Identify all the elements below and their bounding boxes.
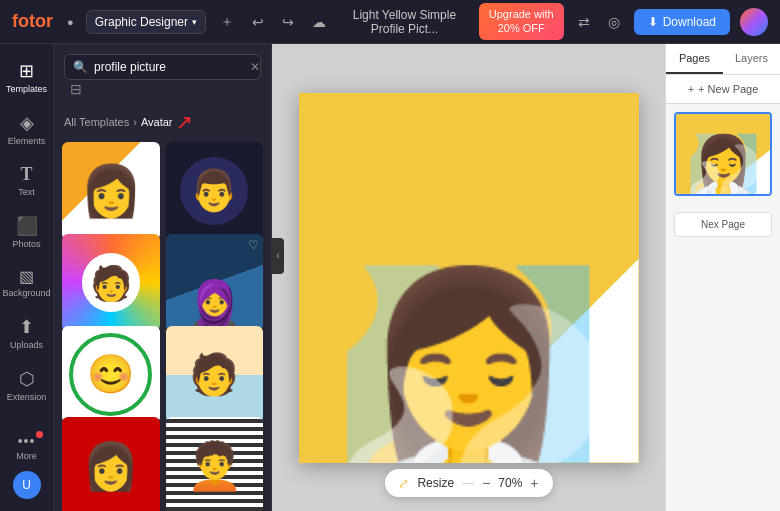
document-title: Light Yellow Simple Profile Pict... [340,8,469,36]
logo: fotor [12,11,53,32]
cloud-icon: ☁ [312,14,326,30]
undo-icon: ↩ [252,14,264,30]
sidebar-item-extension-label: Extension [7,392,47,402]
undo-button[interactable]: ↩ [248,10,268,34]
eye-icon: ◎ [608,14,620,30]
page-thumbnail-1[interactable]: 🧖‍♀️ [674,112,772,196]
user-avatar[interactable] [740,8,768,36]
canvas-toolbar: ⤢ Resize — − 70% + [384,469,552,497]
template-card-6[interactable]: 🧑 [166,326,264,424]
upgrade-button[interactable]: Upgrade with 20% OFF [479,3,564,39]
filter-icon[interactable]: ⊟ [70,81,82,97]
heart-icon-4: ♡ [248,238,259,252]
clear-search-icon[interactable]: ✕ [250,60,260,74]
photos-icon: ⬛ [16,215,38,237]
sidebar-item-elements[interactable]: ◈ Elements [3,104,51,154]
canvas-person-art: 🧖‍♀️ [299,93,639,463]
template-card-4[interactable]: 🧕 ♡ [166,234,264,332]
canvas-design: 🧖‍♀️ [299,93,639,463]
share-button[interactable]: ⇄ [574,10,594,34]
sidebar-item-text[interactable]: T Text [3,156,51,205]
sidebar-item-uploads[interactable]: ⬆ Uploads [3,308,51,358]
breadcrumb-all-templates[interactable]: All Templates [64,116,129,128]
thumbnail-content: 🧖‍♀️ [676,114,770,194]
heart-icon-5: ♡ [145,330,156,344]
redo-icon: ↪ [282,14,294,30]
share-icon: ⇄ [578,14,590,30]
templates-grid: 👩 👨 🧑 🧕 ♡ 😊 [54,142,271,511]
text-icon: T [20,164,32,185]
download-button[interactable]: ⬇ Download [634,9,730,35]
panel-collapse-handle[interactable]: ‹ [272,238,284,274]
new-page-label: + New Page [698,83,758,95]
templates-panel: 🔍 ✕ ⊟ All Templates › Avatar ↗ 👩 👨 [54,44,272,511]
search-bar-container: 🔍 ✕ ⊟ [54,44,271,108]
template-image-7: 👩 [62,417,160,511]
sidebar-item-photos[interactable]: ⬛ Photos [3,207,51,257]
plus-icon: ＋ [220,13,234,31]
sidebar-item-templates[interactable]: ⊞ Templates [3,52,51,102]
breadcrumb-current: Avatar [141,116,173,128]
sidebar-item-templates-label: Templates [6,84,47,94]
template-card-8[interactable]: 🧑‍🦱 [166,417,264,511]
right-panel: Pages Layers + + New Page 🧖‍♀️ Nex Page [665,44,780,511]
template-card-1[interactable]: 👩 [62,142,160,240]
template-image-5: 😊 [69,333,152,416]
topbar: fotor ● Graphic Designer ▾ ＋ ↩ ↪ ☁ Light… [0,0,780,44]
app-selector-label: Graphic Designer [95,15,188,29]
app-selector[interactable]: Graphic Designer ▾ [86,10,206,34]
template-image-3: 🧑 [82,253,141,312]
search-input-wrapper: 🔍 ✕ [64,54,261,80]
tab-pages[interactable]: Pages [666,44,723,74]
redo-button[interactable]: ↪ [278,10,298,34]
extension-icon: ⬡ [19,368,35,390]
tab-layers[interactable]: Layers [723,44,780,74]
search-input[interactable] [94,60,244,74]
template-image-6: 🧑 [166,326,264,424]
plus-icon-newpage: + [688,83,694,95]
logo-dot: ● [67,16,74,28]
sidebar-item-photos-label: Photos [12,239,40,249]
sidebar-item-text-label: Text [18,187,35,197]
cloud-save-button[interactable]: ☁ [308,10,330,34]
new-page-button[interactable]: + + New Page [666,75,780,104]
template-card-5[interactable]: 😊 ♡ [62,326,160,424]
nex-page-label: Nex Page [701,219,745,230]
breadcrumb: All Templates › Avatar ↗ [54,108,271,142]
sidebar-item-more[interactable]: ••• More [3,425,51,469]
add-page-button[interactable]: ＋ [216,9,238,35]
download-icon: ⬇ [648,15,658,29]
sidebar-item-extension[interactable]: ⬡ Extension [3,360,51,410]
nex-page-button[interactable]: Nex Page [674,212,772,237]
upgrade-line1: Upgrade with [489,8,554,21]
more-badge [36,431,43,438]
uploads-icon: ⬆ [19,316,34,338]
sidebar-icons: ⊞ Templates ◈ Elements T Text ⬛ Photos ▧… [0,44,54,511]
sidebar-more-section: ••• More U [3,417,51,511]
breadcrumb-separator: › [133,116,137,128]
zoom-in-button[interactable]: + [530,475,538,491]
main-area: ⊞ Templates ◈ Elements T Text ⬛ Photos ▧… [0,44,780,511]
preview-button[interactable]: ◎ [604,10,624,34]
download-label: Download [663,15,716,29]
resize-label[interactable]: Resize [417,476,454,490]
right-panel-tabs: Pages Layers [666,44,780,75]
elements-icon: ◈ [20,112,34,134]
canvas-wrapper[interactable]: 🧖‍♀️ [299,93,639,463]
template-image-8: 🧑‍🦱 [166,417,264,511]
template-card-2[interactable]: 👨 [166,142,264,240]
template-card-7[interactable]: 👩 [62,417,160,511]
template-image-1: 👩 [62,142,160,240]
zoom-level: 70% [498,476,522,490]
user-avatar-sidebar[interactable]: U [13,471,41,499]
more-icon: ••• [18,433,36,449]
template-card-3[interactable]: 🧑 [62,234,160,332]
sidebar-item-more-label: More [16,451,37,461]
search-icon: 🔍 [73,60,88,74]
sidebar-item-background[interactable]: ▧ Background [3,259,51,306]
canvas-area: 🧖‍♀️ ⤢ Resize — − 70% + [272,44,665,511]
sidebar-item-background-label: Background [2,288,50,298]
zoom-out-button[interactable]: − [482,475,490,491]
template-image-2: 👨 [180,157,248,225]
background-icon: ▧ [19,267,34,286]
